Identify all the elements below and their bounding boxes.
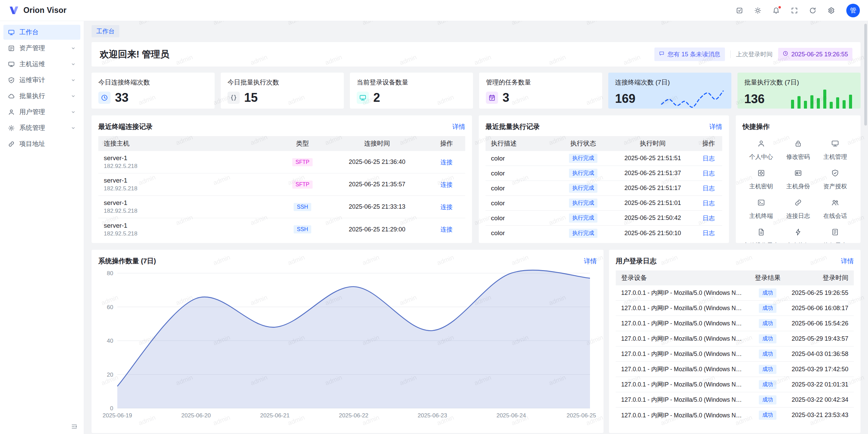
welcome-title: 欢迎回来! 管理员 — [100, 48, 170, 60]
batch-icon — [8, 93, 15, 100]
braces-icon — [228, 92, 240, 104]
quick-action-asset-auth[interactable]: 资产授权 — [817, 169, 854, 190]
batch-records-detail-link[interactable]: 详情 — [709, 122, 722, 131]
batch-records-table: 执行描述执行状态执行时间操作color执行完成2025-06-25 21:51:… — [486, 136, 722, 241]
quick-action-connect-log[interactable]: 连接日志 — [780, 199, 816, 220]
stat-value: 169 — [615, 92, 635, 106]
sidebar-item-asset[interactable]: 资产管理 — [3, 41, 80, 56]
svg-text:2025-06-24: 2025-06-24 — [496, 412, 526, 419]
svg-text:2025-06-25: 2025-06-25 — [567, 412, 596, 419]
login-log-row: 127.0.0.1 - 内网IP - Mozilla/5.0 (Windows … — [616, 316, 854, 331]
fullscreen-icon[interactable] — [791, 7, 798, 14]
quick-action-command-exec[interactable]: 命令执行 — [780, 228, 816, 243]
login-result-badge: 成功 — [759, 365, 776, 374]
svg-text:0: 0 — [110, 405, 113, 412]
svg-text:2025-06-19: 2025-06-19 — [103, 412, 132, 419]
message-icon — [659, 51, 665, 58]
connect-time: 2025-06-25 21:29:00 — [326, 226, 428, 233]
calendar-icon — [486, 92, 498, 104]
system-icon — [8, 125, 15, 132]
quick-action-personal-center[interactable]: 个人中心 — [743, 139, 780, 161]
safe-icon — [757, 169, 765, 179]
log-link[interactable]: 日志 — [703, 200, 715, 207]
exec-description: color — [486, 229, 556, 237]
sidebar-collapse-button[interactable] — [71, 423, 78, 430]
batch-record-row: color执行完成2025-06-25 21:51:51日志 — [486, 151, 722, 166]
unread-messages-chip[interactable]: 您有 15 条未读消息 — [654, 48, 725, 61]
table-header-row: 登录设备登录结果登录时间 — [616, 270, 854, 285]
exec-description: color — [486, 170, 556, 177]
terminal-records-detail-link[interactable]: 详情 — [452, 122, 465, 131]
quick-action-host-manage[interactable]: 主机管理 — [817, 139, 854, 161]
refresh-icon[interactable] — [809, 7, 816, 14]
stats-row: 今日连接终端次数33今日批量执行次数15当前登录设备数量2管理的任务数量3连接终… — [92, 73, 861, 109]
quick-action-host-key[interactable]: 主机密钥 — [743, 169, 780, 190]
sidebar-item-host-ops[interactable]: 主机运维 — [3, 57, 80, 72]
exec-time: 2025-06-25 21:50:42 — [610, 214, 695, 222]
login-log-row: 127.0.0.1 - 内网IP - Mozilla/5.0 (Windows … — [616, 392, 854, 408]
stat-value: 15 — [244, 91, 258, 105]
app-logo[interactable]: Orion Visor — [8, 5, 66, 16]
log-link[interactable]: 日志 — [703, 170, 715, 177]
sidebar-item-label: 运维审计 — [19, 76, 45, 84]
exec-status-badge: 执行完成 — [569, 213, 597, 223]
quick-action-file-op-log[interactable]: 文件操作日志 — [743, 228, 780, 243]
sidebar-item-audit[interactable]: 运维审计 — [3, 73, 80, 88]
sidebar-item-system[interactable]: 系统管理 — [3, 120, 80, 135]
log-link[interactable]: 日志 — [703, 230, 715, 237]
quick-action-online-session[interactable]: 在线会话 — [817, 199, 854, 220]
quick-action-host-identity[interactable]: 主机身份 — [780, 169, 816, 190]
stat-value: 33 — [115, 91, 129, 105]
connect-time: 2025-06-25 21:33:13 — [326, 203, 428, 210]
connect-link[interactable]: 连接 — [440, 159, 453, 166]
exec-time: 2025-06-25 21:51:01 — [610, 200, 695, 207]
quick-action-host-terminal[interactable]: 主机终端 — [743, 199, 780, 220]
quick-action-change-password[interactable]: 修改密码 — [780, 139, 816, 161]
protocol-type-badge: SFTP — [292, 158, 313, 166]
login-device: 127.0.0.1 - 内网IP - Mozilla/5.0 (Windows … — [616, 289, 748, 297]
sidebar-item-batch[interactable]: 批量执行 — [3, 89, 80, 103]
quick-action-label: 主机密钥 — [749, 182, 773, 190]
host-name: server-1 — [104, 222, 273, 229]
host-icon — [831, 139, 839, 149]
batch-record-row: color执行完成2025-06-25 21:51:17日志 — [486, 181, 722, 196]
login-result-badge: 成功 — [759, 411, 776, 420]
quick-action-exec-log[interactable]: 执行日志 — [817, 228, 854, 243]
quick-actions-title: 快捷操作 — [743, 122, 770, 131]
scrollbar-thumb[interactable] — [864, 24, 867, 126]
monitor-icon — [357, 92, 369, 104]
quick-action-label: 个人中心 — [749, 153, 773, 161]
connect-link[interactable]: 连接 — [440, 181, 453, 188]
log-link[interactable]: 日志 — [703, 185, 715, 192]
table-header-row: 连接主机类型连接时间操作 — [98, 136, 465, 151]
login-device: 127.0.0.1 - 内网IP - Mozilla/5.0 (Windows … — [616, 335, 748, 343]
sidebar-item-project[interactable]: 项目地址 — [3, 136, 80, 151]
welcome-right: 您有 15 条未读消息 上次登录时间 2025-06-25 19:26:55 — [654, 48, 852, 61]
notification-badge-dot — [778, 5, 782, 9]
stat-label: 批量执行次数 (7日) — [744, 78, 854, 87]
login-log-row: 127.0.0.1 - 内网IP - Mozilla/5.0 (Windows … — [616, 408, 854, 423]
connect-link[interactable]: 连接 — [440, 204, 453, 210]
sidebar-item-workbench[interactable]: 工作台 — [3, 25, 80, 40]
system-chart-detail-link[interactable]: 详情 — [584, 257, 597, 266]
sidebar-item-label: 批量执行 — [19, 92, 45, 100]
system-operations-chart-card: 系统操作数量 (7日) 详情 0204060802025-06-192025-0… — [92, 250, 604, 433]
notifications-icon[interactable] — [772, 7, 780, 14]
login-logs-detail-link[interactable]: 详情 — [841, 257, 854, 266]
log-link[interactable]: 日志 — [703, 155, 715, 162]
theme-icon[interactable] — [754, 7, 762, 14]
sidebar-item-user[interactable]: 用户管理 — [3, 105, 80, 119]
exec-time: 2025-06-25 21:51:17 — [610, 185, 695, 192]
user-avatar[interactable]: 管 — [846, 4, 860, 17]
login-logs-table: 登录设备登录结果登录时间127.0.0.1 - 内网IP - Mozilla/5… — [616, 270, 854, 423]
log-icon — [831, 228, 839, 238]
log-link[interactable]: 日志 — [703, 215, 715, 222]
settings-icon[interactable] — [827, 7, 835, 14]
login-result-badge: 成功 — [759, 395, 776, 404]
exec-status-badge: 执行完成 — [569, 199, 597, 208]
connect-link[interactable]: 连接 — [440, 226, 453, 233]
breadcrumb-item-workbench[interactable]: 工作台 — [92, 25, 119, 37]
login-time: 2025-03-22 01:01:31 — [787, 381, 854, 388]
chevron-down-icon — [71, 125, 76, 131]
skin-icon[interactable] — [736, 7, 743, 14]
